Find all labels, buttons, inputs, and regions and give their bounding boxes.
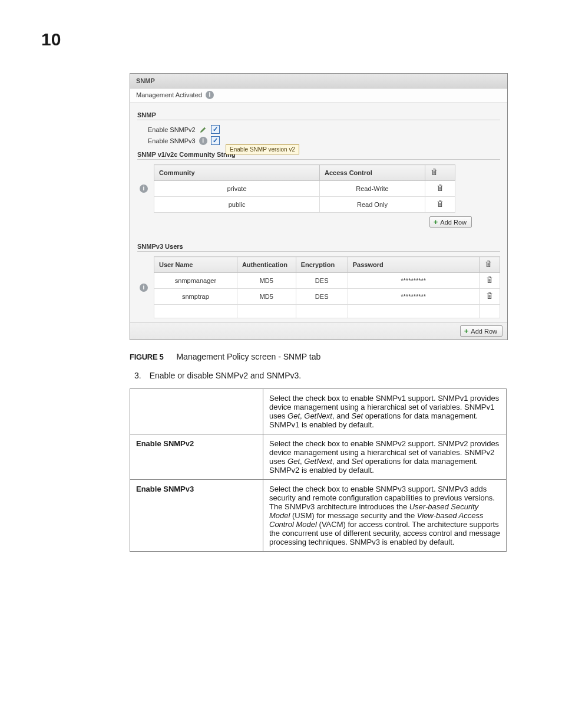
desc-text: Select the check box to enable SNMPv2 su… (263, 434, 507, 480)
tooltip: Enable SNMP version v2 (226, 144, 299, 154)
desc-text: Select the check box to enable SNMPv3 su… (263, 480, 507, 552)
access-cell[interactable]: Read Only (320, 197, 425, 213)
add-row-button[interactable]: + Add Row (429, 216, 472, 228)
panel-title: SNMP (130, 74, 507, 88)
desc-row-snmpv3: Enable SNMPv3 Select the check box to en… (130, 480, 507, 552)
col-authentication: Authentication (237, 257, 296, 273)
password-cell[interactable]: ********** (348, 273, 479, 289)
table-header-row: User Name Authentication Encryption Pass… (154, 257, 500, 273)
enable-snmpv2-label: Enable SNMPv2 (148, 126, 196, 133)
enc-cell[interactable]: DES (296, 273, 348, 289)
info-icon: i (140, 185, 148, 193)
table-row[interactable]: private Read-Write (154, 181, 455, 197)
auth-cell[interactable]: MD5 (237, 273, 296, 289)
desc-label: Enable SNMPv3 (130, 480, 263, 552)
community-cell[interactable]: private (154, 181, 320, 197)
step-text: Enable or disable SNMPv2 and SNMPv3. (150, 371, 302, 380)
step-number: 3. (134, 371, 141, 380)
user-cell[interactable]: snmpmanager (154, 273, 237, 289)
col-user-name: User Name (154, 257, 237, 273)
panel-status-row: Management Activated i (130, 88, 507, 103)
figure-caption-text: Management Policy screen - SNMP tab (176, 352, 320, 361)
enable-snmpv3-row: Enable SNMPv3 i ✓ Enable SNMP version v2 (148, 136, 500, 145)
password-cell[interactable]: ********** (348, 289, 479, 305)
delete-row-icon[interactable] (425, 197, 455, 213)
trash-header-icon[interactable] (425, 165, 455, 181)
snmp-fieldset-label: SNMP (137, 111, 500, 118)
table-row[interactable]: snmptrap MD5 DES ********** (154, 289, 500, 305)
plus-icon: + (464, 327, 469, 335)
community-string-label: SNMP v1/v2c Community String (137, 151, 500, 158)
add-row-button[interactable]: + Add Row (460, 325, 503, 337)
desc-row-snmpv2: Enable SNMPv2 Select the check box to en… (130, 434, 507, 480)
auth-cell[interactable]: MD5 (237, 289, 296, 305)
pencil-icon[interactable] (199, 126, 207, 134)
management-activated-label: Management Activated (136, 91, 202, 98)
table-header-row: Community Access Control (154, 165, 455, 181)
community-table: Community Access Control private Read-Wr… (154, 164, 455, 213)
community-cell[interactable]: public (154, 197, 320, 213)
figure-caption: FIGURE 5 Management Policy screen - SNMP… (130, 352, 511, 361)
delete-row-icon[interactable] (479, 289, 500, 305)
enable-snmpv3-label: Enable SNMPv3 (148, 137, 196, 144)
delete-row-icon[interactable] (425, 181, 455, 197)
step-3: 3. Enable or disable SNMPv2 and SNMPv3. (134, 371, 511, 380)
col-password: Password (348, 257, 479, 273)
delete-row-icon[interactable] (479, 273, 500, 289)
users-table: User Name Authentication Encryption Pass… (154, 256, 500, 318)
snmp-screenshot-panel: SNMP Management Activated i SNMP Enable … (130, 73, 508, 340)
desc-text: Select the check box to enable SNMPv1 su… (263, 389, 507, 434)
info-icon: i (199, 137, 207, 145)
col-encryption: Encryption (296, 257, 348, 273)
enable-snmpv2-checkbox[interactable]: ✓ (211, 125, 220, 134)
trash-header-icon[interactable] (479, 257, 500, 273)
description-table: Select the check box to enable SNMPv1 su… (130, 388, 507, 552)
info-icon: i (140, 284, 148, 292)
user-cell[interactable]: snmptrap (154, 289, 237, 305)
page-number: 10 (41, 29, 511, 50)
table-row[interactable]: public Read Only (154, 197, 455, 213)
col-access-control: Access Control (320, 165, 425, 181)
desc-row-snmpv1: Select the check box to enable SNMPv1 su… (130, 389, 507, 434)
enc-cell[interactable]: DES (296, 289, 348, 305)
table-row-empty[interactable] (154, 305, 500, 318)
add-row-label: Add Row (471, 328, 497, 335)
figure-label: FIGURE 5 (130, 353, 164, 361)
access-cell[interactable]: Read-Write (320, 181, 425, 197)
plus-icon: + (434, 218, 438, 226)
desc-label: Enable SNMPv2 (130, 434, 263, 480)
table-row[interactable]: snmpmanager MD5 DES ********** (154, 273, 500, 289)
info-icon: i (206, 91, 214, 99)
snmpv3-users-label: SNMPv3 Users (137, 243, 500, 250)
col-community: Community (154, 165, 320, 181)
enable-snmpv3-checkbox[interactable]: ✓ (211, 136, 220, 145)
add-row-label: Add Row (440, 219, 467, 226)
desc-label (130, 389, 263, 434)
enable-snmpv2-row: Enable SNMPv2 ✓ (148, 125, 500, 134)
